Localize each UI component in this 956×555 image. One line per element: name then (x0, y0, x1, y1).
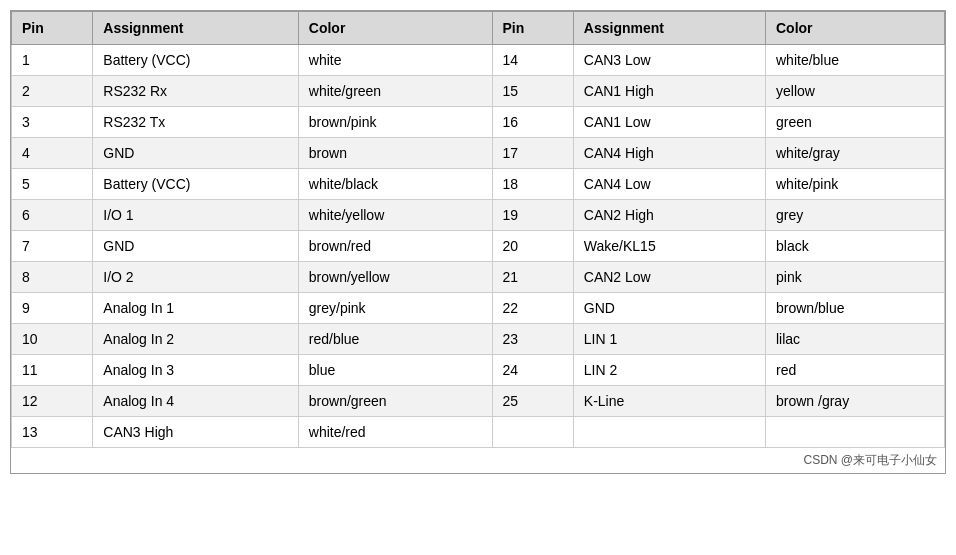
cell-assign1: I/O 2 (93, 262, 298, 293)
table-row: 6I/O 1white/yellow19CAN2 Highgrey (12, 200, 945, 231)
cell-assign2: LIN 1 (573, 324, 765, 355)
cell-pin1: 11 (12, 355, 93, 386)
cell-assign1: Battery (VCC) (93, 45, 298, 76)
col-header-color2: Color (766, 12, 945, 45)
cell-assign1: Analog In 4 (93, 386, 298, 417)
cell-color2: white/blue (766, 45, 945, 76)
cell-color2: grey (766, 200, 945, 231)
cell-assign1: RS232 Tx (93, 107, 298, 138)
cell-color2: lilac (766, 324, 945, 355)
cell-assign2: CAN2 High (573, 200, 765, 231)
cell-pin1: 12 (12, 386, 93, 417)
cell-color2: black (766, 231, 945, 262)
table-row: 9Analog In 1grey/pink22GNDbrown/blue (12, 293, 945, 324)
cell-color1: blue (298, 355, 492, 386)
table-row: 11Analog In 3blue24LIN 2red (12, 355, 945, 386)
cell-pin1: 1 (12, 45, 93, 76)
cell-color2: white/gray (766, 138, 945, 169)
cell-color1: brown/pink (298, 107, 492, 138)
cell-assign1: Analog In 3 (93, 355, 298, 386)
table-row: 8I/O 2brown/yellow21CAN2 Lowpink (12, 262, 945, 293)
cell-pin2: 15 (492, 76, 573, 107)
cell-color2 (766, 417, 945, 448)
col-header-assignment1: Assignment (93, 12, 298, 45)
table-row: 13CAN3 Highwhite/red (12, 417, 945, 448)
cell-pin1: 2 (12, 76, 93, 107)
cell-pin2: 23 (492, 324, 573, 355)
table-row: 4GNDbrown17CAN4 Highwhite/gray (12, 138, 945, 169)
cell-color2: red (766, 355, 945, 386)
cell-assign2: CAN1 High (573, 76, 765, 107)
cell-assign1: RS232 Rx (93, 76, 298, 107)
col-header-pin1: Pin (12, 12, 93, 45)
table-row: 1Battery (VCC)white14CAN3 Lowwhite/blue (12, 45, 945, 76)
cell-pin2: 19 (492, 200, 573, 231)
cell-assign1: I/O 1 (93, 200, 298, 231)
cell-color1: brown/red (298, 231, 492, 262)
cell-pin1: 3 (12, 107, 93, 138)
pin-assignment-table: Pin Assignment Color Pin Assignment Colo… (11, 11, 945, 448)
cell-color2: green (766, 107, 945, 138)
col-header-assignment2: Assignment (573, 12, 765, 45)
col-header-pin2: Pin (492, 12, 573, 45)
cell-color2: brown /gray (766, 386, 945, 417)
cell-pin1: 13 (12, 417, 93, 448)
cell-pin2: 18 (492, 169, 573, 200)
cell-assign1: Analog In 1 (93, 293, 298, 324)
cell-pin1: 9 (12, 293, 93, 324)
cell-pin1: 10 (12, 324, 93, 355)
cell-assign2: Wake/KL15 (573, 231, 765, 262)
cell-assign2: GND (573, 293, 765, 324)
cell-assign2 (573, 417, 765, 448)
cell-pin2: 17 (492, 138, 573, 169)
table-row: 5Battery (VCC)white/black18CAN4 Lowwhite… (12, 169, 945, 200)
cell-color2: yellow (766, 76, 945, 107)
cell-pin2: 21 (492, 262, 573, 293)
cell-color1: white/red (298, 417, 492, 448)
cell-pin2: 22 (492, 293, 573, 324)
cell-color1: white/green (298, 76, 492, 107)
cell-pin2 (492, 417, 573, 448)
cell-pin1: 8 (12, 262, 93, 293)
cell-pin1: 5 (12, 169, 93, 200)
cell-color1: brown (298, 138, 492, 169)
cell-color1: brown/green (298, 386, 492, 417)
cell-assign2: CAN4 Low (573, 169, 765, 200)
cell-color1: white/yellow (298, 200, 492, 231)
table-row: 12Analog In 4brown/green25K-Linebrown /g… (12, 386, 945, 417)
cell-assign2: CAN4 High (573, 138, 765, 169)
cell-assign2: CAN1 Low (573, 107, 765, 138)
cell-color1: white/black (298, 169, 492, 200)
cell-assign2: CAN2 Low (573, 262, 765, 293)
cell-assign1: CAN3 High (93, 417, 298, 448)
cell-color1: white (298, 45, 492, 76)
cell-color1: grey/pink (298, 293, 492, 324)
cell-pin2: 24 (492, 355, 573, 386)
table-header-row: Pin Assignment Color Pin Assignment Colo… (12, 12, 945, 45)
table-row: 2RS232 Rxwhite/green15CAN1 Highyellow (12, 76, 945, 107)
footer-note: CSDN @来可电子小仙女 (11, 448, 945, 473)
cell-assign1: Battery (VCC) (93, 169, 298, 200)
cell-pin1: 4 (12, 138, 93, 169)
cell-color2: pink (766, 262, 945, 293)
table-row: 3RS232 Txbrown/pink16CAN1 Lowgreen (12, 107, 945, 138)
cell-pin1: 6 (12, 200, 93, 231)
cell-color2: brown/blue (766, 293, 945, 324)
pin-assignment-table-wrapper: Pin Assignment Color Pin Assignment Colo… (10, 10, 946, 474)
cell-assign2: CAN3 Low (573, 45, 765, 76)
cell-pin2: 20 (492, 231, 573, 262)
cell-color1: brown/yellow (298, 262, 492, 293)
cell-assign1: GND (93, 138, 298, 169)
cell-assign2: K-Line (573, 386, 765, 417)
cell-assign2: LIN 2 (573, 355, 765, 386)
table-row: 7GNDbrown/red20Wake/KL15black (12, 231, 945, 262)
table-row: 10Analog In 2red/blue23LIN 1lilac (12, 324, 945, 355)
cell-pin1: 7 (12, 231, 93, 262)
cell-pin2: 14 (492, 45, 573, 76)
col-header-color1: Color (298, 12, 492, 45)
cell-assign1: GND (93, 231, 298, 262)
cell-color1: red/blue (298, 324, 492, 355)
cell-pin2: 25 (492, 386, 573, 417)
cell-assign1: Analog In 2 (93, 324, 298, 355)
cell-color2: white/pink (766, 169, 945, 200)
